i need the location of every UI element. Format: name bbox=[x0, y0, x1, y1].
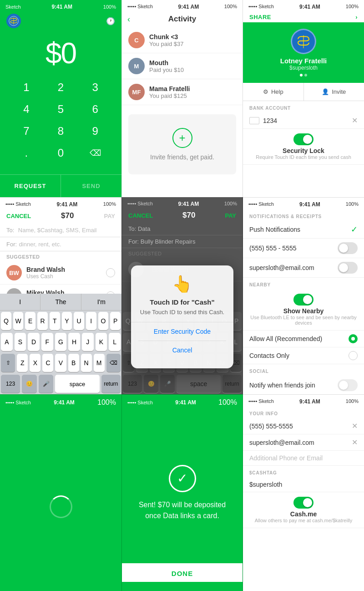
request-button[interactable]: REQUEST bbox=[0, 175, 61, 197]
back-button[interactable]: ‹ bbox=[127, 15, 130, 24]
key-7[interactable]: 7 bbox=[14, 121, 39, 141]
email-label: supersloth@email.com bbox=[249, 264, 314, 271]
pay-button[interactable]: PAY bbox=[104, 213, 115, 219]
clear-email-icon[interactable]: ✕ bbox=[352, 438, 358, 447]
key-shift[interactable]: ⇧ bbox=[1, 354, 15, 372]
additional-phone-field[interactable]: Additional Phone or Email bbox=[243, 451, 364, 466]
battery: 100% bbox=[224, 4, 237, 10]
suggested-label: SUGGESTED bbox=[122, 248, 243, 258]
key-123: 123 bbox=[123, 375, 142, 393]
for-field[interactable]: For: dinner, rent, etc. bbox=[0, 237, 121, 251]
send-button[interactable]: SEND bbox=[61, 175, 121, 197]
key-4[interactable]: 4 bbox=[14, 99, 39, 119]
email-toggle[interactable] bbox=[338, 262, 358, 274]
activity-item-chunk[interactable]: C Chunk <3 You paid $37 bbox=[122, 27, 243, 53]
clock-icon[interactable]: 🕐 bbox=[106, 17, 115, 25]
cancel-button[interactable]: CANCEL bbox=[128, 212, 153, 219]
cashme-toggle[interactable] bbox=[293, 497, 313, 509]
clear-phone-icon[interactable]: ✕ bbox=[352, 422, 358, 430]
key-emoji[interactable]: 😊 bbox=[22, 375, 37, 393]
keypad: 1 2 3 4 5 6 7 8 9 . 0 ⌫ bbox=[0, 75, 121, 166]
key-y[interactable]: Y bbox=[62, 312, 72, 330]
key-m[interactable]: M bbox=[94, 354, 105, 372]
key-k[interactable]: K bbox=[96, 333, 107, 351]
time: 9:41 AM bbox=[178, 201, 199, 207]
contacts-only-radio[interactable] bbox=[349, 351, 358, 360]
key-3[interactable]: 3 bbox=[83, 77, 108, 97]
key-9[interactable]: 9 bbox=[83, 121, 108, 141]
item-info: Mouth Paid you $10 bbox=[149, 59, 236, 73]
key-w[interactable]: W bbox=[13, 312, 24, 330]
forward-icon[interactable]: › bbox=[355, 14, 358, 20]
key-5[interactable]: 5 bbox=[48, 99, 73, 119]
key-mic[interactable]: 🎤 bbox=[39, 375, 54, 393]
allow-all-radio[interactable] bbox=[349, 334, 358, 343]
bank-icon bbox=[249, 117, 259, 124]
key-delete[interactable]: ⌫ bbox=[106, 354, 121, 372]
avatar-chunk: C bbox=[128, 32, 145, 48]
key-e[interactable]: E bbox=[25, 312, 35, 330]
help-button[interactable]: ⚙ Help bbox=[243, 83, 304, 101]
key-p[interactable]: P bbox=[110, 312, 121, 330]
suggested-label: SUGGESTED bbox=[0, 251, 121, 261]
key-u[interactable]: U bbox=[74, 312, 84, 330]
app-logo[interactable] bbox=[6, 14, 21, 28]
done-button[interactable]: DONE bbox=[122, 563, 243, 582]
carrier: ••••• Sketch bbox=[5, 201, 31, 208]
key-j[interactable]: J bbox=[82, 333, 94, 351]
activity-item-mama[interactable]: MF Mama Fratelli You paid $125 bbox=[122, 79, 243, 105]
enter-code-button[interactable]: Enter Security Code bbox=[138, 322, 226, 341]
key-i[interactable]: I bbox=[86, 312, 96, 330]
bank-number: 1234 bbox=[263, 117, 352, 124]
key-8[interactable]: 8 bbox=[48, 121, 73, 141]
cancel-button[interactable]: CANCEL bbox=[6, 213, 31, 219]
nearby-toggle[interactable] bbox=[293, 294, 313, 306]
key-d[interactable]: D bbox=[28, 333, 40, 351]
bank-account-field: 1234 ✕ bbox=[243, 112, 364, 129]
key-2[interactable]: 2 bbox=[48, 77, 73, 97]
key-space[interactable]: space bbox=[55, 375, 100, 393]
key-backspace[interactable]: ⌫ bbox=[83, 143, 108, 163]
contact-brand[interactable]: BW Brand Walsh Uses Cash bbox=[0, 261, 121, 285]
phone-toggle[interactable] bbox=[338, 242, 358, 254]
key-q[interactable]: Q bbox=[1, 312, 11, 330]
add-icon[interactable]: + bbox=[172, 128, 192, 148]
key-v[interactable]: V bbox=[55, 354, 66, 372]
key-b[interactable]: B bbox=[68, 354, 79, 372]
key-n[interactable]: N bbox=[81, 354, 92, 372]
key-l[interactable]: L bbox=[109, 333, 121, 351]
contact-radio[interactable] bbox=[106, 268, 115, 277]
key-z[interactable]: Z bbox=[17, 354, 28, 372]
notify-toggle[interactable] bbox=[338, 379, 358, 391]
key-decimal[interactable]: . bbox=[14, 143, 39, 163]
item-info: Mama Fratelli You paid $125 bbox=[149, 85, 236, 99]
key-123[interactable]: 123 bbox=[1, 375, 20, 393]
check-icon[interactable]: ✓ bbox=[351, 224, 358, 234]
key-1[interactable]: 1 bbox=[14, 77, 39, 97]
key-r[interactable]: R bbox=[37, 312, 48, 330]
activity-item-mouth[interactable]: M Mouth Paid you $10 bbox=[122, 53, 243, 79]
cancel-modal-button[interactable]: Cancel bbox=[138, 341, 226, 359]
security-lock-toggle[interactable] bbox=[293, 133, 313, 145]
key-s[interactable]: S bbox=[15, 333, 26, 351]
key-6[interactable]: 6 bbox=[83, 99, 108, 119]
key-c[interactable]: C bbox=[42, 354, 53, 372]
key-return[interactable]: return bbox=[101, 375, 121, 393]
autocomplete-i[interactable]: I bbox=[0, 294, 40, 310]
invite-button[interactable]: 👤 Invite bbox=[304, 83, 364, 101]
key-a[interactable]: A bbox=[1, 333, 13, 351]
to-field[interactable]: To: Name, $Cashtag, SMS, Email bbox=[0, 223, 121, 237]
battery: 100% bbox=[224, 201, 237, 207]
pay-button[interactable]: PAY bbox=[225, 212, 236, 219]
autocomplete-bar: I The I'm bbox=[0, 294, 121, 311]
autocomplete-the[interactable]: The bbox=[40, 294, 81, 310]
clear-bank-icon[interactable]: ✕ bbox=[352, 116, 358, 125]
key-o[interactable]: O bbox=[98, 312, 109, 330]
key-0[interactable]: 0 bbox=[48, 143, 73, 163]
key-g[interactable]: G bbox=[55, 333, 67, 351]
key-x[interactable]: X bbox=[30, 354, 40, 372]
key-f[interactable]: F bbox=[41, 333, 53, 351]
key-h[interactable]: H bbox=[68, 333, 80, 351]
autocomplete-im[interactable]: I'm bbox=[81, 294, 121, 310]
key-t[interactable]: T bbox=[50, 312, 60, 330]
